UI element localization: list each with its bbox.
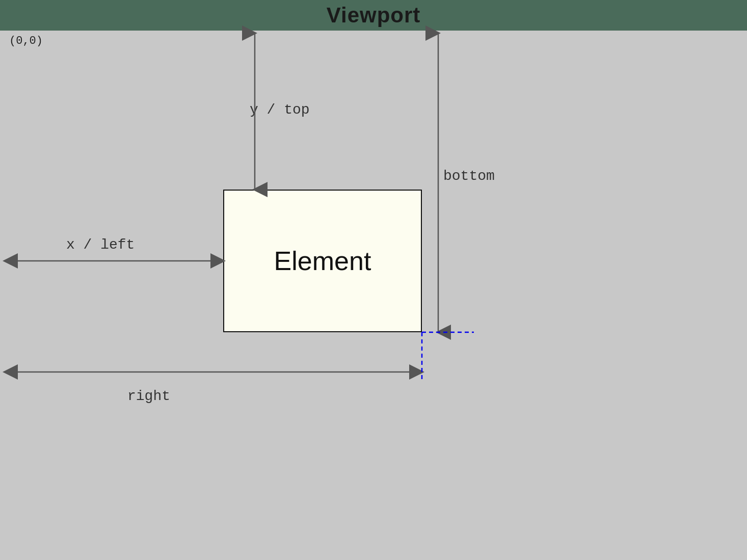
label-x-left: x / left: [66, 237, 135, 253]
label-y-top: y / top: [250, 102, 310, 118]
origin-label: (0,0): [9, 35, 43, 47]
viewport-title: Viewport: [327, 3, 421, 28]
label-right: right: [127, 388, 170, 404]
element-label: Element: [274, 246, 371, 276]
viewport-header: Viewport: [0, 0, 747, 31]
label-bottom: bottom: [443, 168, 495, 184]
element-box: Element: [223, 190, 422, 332]
